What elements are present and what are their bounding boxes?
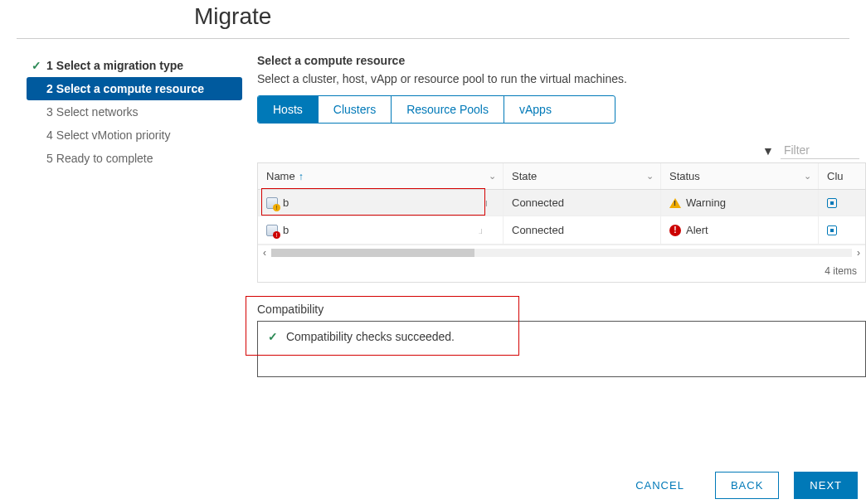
col-name[interactable]: Name ↑ ⌄ <box>258 163 504 189</box>
wizard-footer: CANCEL BACK NEXT <box>620 472 858 499</box>
tab-clusters[interactable]: Clusters <box>319 96 392 123</box>
alert-badge-icon: ! <box>273 231 280 239</box>
step-label: Select a compute resource <box>56 82 204 95</box>
step-3[interactable]: ✓ 3 Select networks <box>27 100 242 124</box>
step-label: Select a migration type <box>56 59 183 72</box>
host-icon: ! <box>266 225 278 236</box>
warning-icon <box>669 198 681 208</box>
col-status[interactable]: Status ⌄ <box>661 163 819 189</box>
chevron-down-icon[interactable]: ⌄ <box>646 171 654 182</box>
col-state[interactable]: State ⌄ <box>504 163 661 189</box>
wizard-steps: ✓ 1 Select a migration type ✓ 2 Select a… <box>27 54 242 377</box>
host-name: b <box>283 224 289 236</box>
step-4[interactable]: ✓ 4 Select vMotion priority <box>27 124 242 147</box>
scroll-right-icon[interactable]: › <box>857 247 860 259</box>
host-status: Alert <box>686 224 708 236</box>
filter-bar: ▼ Filter <box>257 138 866 162</box>
host-icon: ! <box>266 197 278 209</box>
warning-badge-icon: ! <box>273 204 280 211</box>
col-cluster[interactable]: Clu <box>819 163 859 189</box>
host-state: Connected <box>504 190 661 216</box>
chevron-down-icon[interactable]: ⌄ <box>489 171 496 182</box>
table-row[interactable]: ! b ı Connected Warning <box>258 190 865 216</box>
grid-header: Name ↑ ⌄ State ⌄ Status ⌄ Clu <box>258 163 865 190</box>
filter-icon[interactable]: ▼ <box>762 144 774 158</box>
step-1[interactable]: ✓ 1 Select a migration type <box>27 54 242 77</box>
step-5[interactable]: ✓ 5 Ready to complete <box>27 147 242 170</box>
tab-hosts[interactable]: Hosts <box>258 96 319 123</box>
sort-asc-icon: ↑ <box>299 171 304 182</box>
check-icon: ✓ <box>32 59 43 72</box>
host-name: b <box>283 196 289 209</box>
filter-input[interactable]: Filter <box>781 142 859 159</box>
title-divider <box>17 38 849 39</box>
cancel-button[interactable]: CANCEL <box>620 472 700 499</box>
compatibility-message: Compatibility checks succeeded. <box>286 330 455 343</box>
scroll-thumb[interactable] <box>271 249 474 257</box>
scroll-left-icon[interactable]: ‹ <box>263 247 266 259</box>
section-title: Select a compute resource <box>257 54 866 67</box>
tab-resource-pools[interactable]: Resource Pools <box>392 96 504 123</box>
compatibility-title: Compatibility <box>257 303 866 316</box>
back-button[interactable]: BACK <box>715 472 779 499</box>
next-button[interactable]: NEXT <box>794 472 858 499</box>
chevron-down-icon[interactable]: ⌄ <box>804 171 811 182</box>
compatibility-panel: ✓ Compatibility checks succeeded. <box>257 321 866 377</box>
step-label: Ready to complete <box>56 152 153 165</box>
check-icon: ✓ <box>268 330 278 343</box>
cluster-icon <box>827 225 837 235</box>
table-row[interactable]: ! b 」 Connected ! Alert <box>258 216 865 245</box>
hosts-grid: Name ↑ ⌄ State ⌄ Status ⌄ Clu <box>257 162 866 283</box>
host-state: Connected <box>504 216 661 244</box>
dialog-title: Migrate <box>194 3 866 30</box>
tab-vapps[interactable]: vApps <box>504 96 567 123</box>
alert-icon: ! <box>669 225 681 236</box>
resource-tabs: Hosts Clusters Resource Pools vApps <box>257 95 615 124</box>
step-label: Select vMotion priority <box>56 128 171 142</box>
horizontal-scrollbar[interactable]: ‹ › <box>258 245 865 260</box>
grid-item-count: 4 items <box>258 260 865 282</box>
cluster-icon <box>827 198 837 208</box>
section-subtitle: Select a cluster, host, vApp or resource… <box>257 72 866 85</box>
step-label: Select networks <box>56 105 139 119</box>
step-2[interactable]: ✓ 2 Select a compute resource <box>27 77 242 100</box>
host-status: Warning <box>686 196 726 209</box>
